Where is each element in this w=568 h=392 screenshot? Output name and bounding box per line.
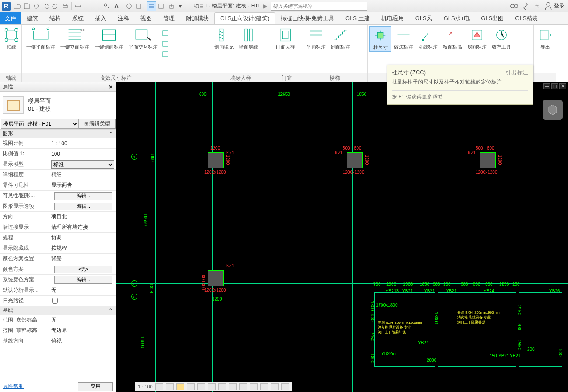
vb-style-icon[interactable] [166,383,174,390]
prop-value[interactable]: 无 [49,285,116,295]
user-icon[interactable] [543,1,553,11]
tab-addins[interactable]: 附加模块 [180,12,214,24]
close-icon[interactable]: ✕ [109,84,113,90]
tool-efficiency[interactable]: 效率工具 [489,26,514,51]
prop-value[interactable] [49,296,116,306]
thin-lines-icon[interactable] [147,1,156,11]
prop-value[interactable]: 显示两者 [49,180,116,190]
vb-render-icon[interactable] [197,383,205,390]
tool-stair-plan[interactable]: 平面标注 [304,26,328,51]
tool-section-dim[interactable]: 一键剖面标注 [92,26,126,51]
small-tool-2[interactable] [161,39,170,49]
prop-select[interactable]: 标准 [51,160,114,169]
prop-value[interactable]: 1 : 100 [49,138,116,148]
small-tool-1[interactable] [161,28,170,38]
prop-value[interactable]: 项目北 [49,212,116,222]
drawing-canvas[interactable]: — ◻ ✕ 1 2 3 600 12650 1850 4800 1150 315… [116,82,568,392]
scale-label[interactable]: 1 : 100 [138,384,153,389]
binoculars-icon[interactable] [509,1,519,11]
category-graphics[interactable]: 图形⌃ [0,130,116,138]
prop-value[interactable]: 清理所有墙连接 [49,222,116,232]
undo-icon[interactable] [41,1,51,11]
tag-icon[interactable] [102,1,112,11]
tool-leader-dim[interactable]: 引线标注 [416,26,440,51]
tab-manage[interactable]: 管理 [158,12,180,24]
small-tool-3[interactable] [161,49,170,59]
print-icon[interactable] [60,1,70,11]
prop-edit-button[interactable]: <无> [54,266,112,273]
tool-column-dim[interactable]: 柱尺寸 [369,26,391,52]
tab-view[interactable]: 视图 [135,12,158,24]
prop-value[interactable]: 俯视 [49,336,116,346]
tab-file[interactable]: 文件 [0,12,21,24]
vb-crop2-icon[interactable] [218,383,226,390]
type-selector[interactable]: 楼层平面 01 - 建模 [0,92,116,118]
vb-link-icon[interactable] [281,383,289,390]
vb-detail-icon[interactable] [155,383,163,390]
exchange-icon[interactable] [521,1,530,11]
prop-value[interactable]: 按规程 [49,243,116,253]
tool-room-dim[interactable]: 房间标注 [465,26,489,51]
prop-edit-button[interactable]: 编辑... [54,192,112,200]
open-icon[interactable] [12,1,22,11]
vb-shadow-icon[interactable] [187,383,195,390]
tab-mep[interactable]: 机电通用 [375,12,410,24]
tab-gls-civil[interactable]: GLS 土建 [340,12,375,24]
tool-stair-section[interactable]: 剖面标注 [328,26,353,51]
edit-type-button[interactable]: ⊞编辑类型 [79,119,116,129]
prop-value[interactable]: <无> [49,264,116,274]
tool-plan-dim[interactable]: 一键平面标注 [24,26,58,51]
tab-gls-arch[interactable]: GLS正向设计(建筑) [214,12,275,24]
view-maximize-icon[interactable]: ◻ [551,83,558,89]
tool-section-fill[interactable]: 剖面填充 [212,26,236,51]
prop-value[interactable]: 编辑... [49,275,116,285]
vb-hide-icon[interactable] [229,383,237,390]
tab-olive[interactable]: 橄榄山快模-免费工具 [275,12,340,24]
star-icon[interactable]: ☆ [532,1,542,11]
vb-temp-icon[interactable] [239,383,247,390]
tab-insert[interactable]: 插入 [89,12,112,24]
prop-value[interactable]: 精细 [49,170,116,180]
prop-value[interactable]: 100 [49,149,116,159]
tool-axis[interactable]: 轴线 [2,26,21,51]
tool-export[interactable]: 导出 [536,26,555,51]
tab-gls-wind[interactable]: GLS风 [410,12,438,24]
tool-wall-layer[interactable]: 墙面层线 [236,26,261,51]
prop-value[interactable]: 无边界 [49,326,116,336]
prop-value[interactable]: 编辑... [49,201,116,211]
tool-slab-elev[interactable]: 板面标高 [440,26,465,51]
tool-elev-dim[interactable]: 300一键立面标注 [58,26,92,51]
category-baseline[interactable]: 基线⌃ [0,306,116,315]
view-close-icon[interactable]: ✕ [559,83,566,89]
switch-window-icon[interactable] [166,1,175,11]
prop-checkbox[interactable] [52,298,58,304]
vb-filter-icon[interactable] [271,383,279,390]
properties-help-link[interactable]: 属性帮助 [3,383,24,390]
measure-icon[interactable] [73,1,83,11]
prop-value[interactable]: 协调 [49,233,116,243]
save-icon[interactable] [22,1,32,11]
vb-crop-icon[interactable] [208,383,216,390]
dropdown-icon[interactable]: ▾ [175,1,185,11]
close-hidden-icon[interactable] [156,1,166,11]
view-minimize-icon[interactable]: — [543,83,550,89]
section-icon[interactable] [134,1,144,11]
tool-interactive-dim[interactable]: 平面交互标注 [126,26,160,51]
view-selector[interactable]: 楼层平面: 建模 - F01 [1,119,79,129]
sync-icon[interactable] [32,1,41,11]
dim-icon[interactable] [92,1,102,11]
apply-button[interactable]: 应用 [78,382,113,391]
vb-props-icon[interactable] [260,383,268,390]
vb-sun-icon[interactable] [176,383,184,390]
search-input[interactable] [271,2,367,10]
prop-value[interactable]: 背景 [49,254,116,264]
nav-cube[interactable] [543,100,563,120]
tool-method-dim[interactable]: 做法标注 [391,26,416,51]
align-icon[interactable] [83,1,92,11]
redo-icon[interactable] [51,1,60,11]
prop-edit-button[interactable]: 编辑... [54,203,112,210]
prop-edit-button[interactable]: 编辑... [54,276,112,284]
tab-system[interactable]: 系统 [67,12,89,24]
3d-icon[interactable] [124,1,134,11]
prop-value[interactable]: 无 [49,315,116,325]
